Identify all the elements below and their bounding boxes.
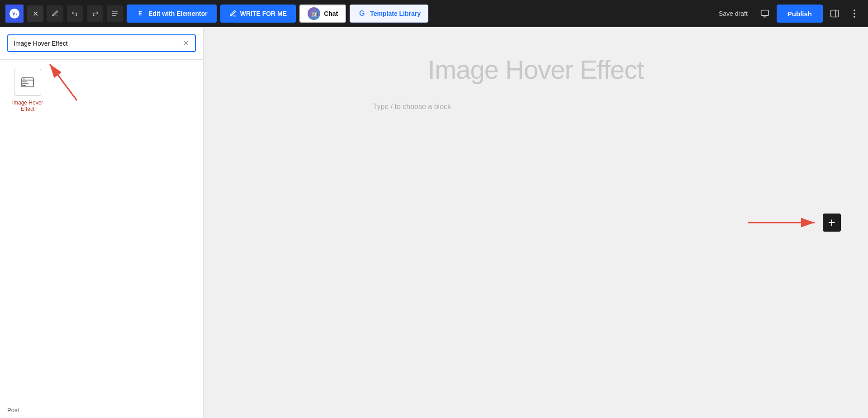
search-container: ✕ [0,27,203,60]
widget-icon [14,69,41,96]
block-placeholder-text: Type / to choose a block [364,103,708,111]
wordpress-logo[interactable] [5,5,24,23]
status-bar: Post [0,402,203,418]
redo-button[interactable] [87,5,103,22]
ellipsis-icon [854,10,855,18]
save-draft-button[interactable]: Save draft [713,5,753,23]
close-icon: ✕ [33,10,38,18]
chat-label: Chat [324,10,338,17]
chat-avatar: 🤖 [308,7,320,20]
more-options-button[interactable] [846,5,863,22]
write-icon [229,10,237,17]
widget-label: Image HoverEffect [12,100,43,112]
edit-elementor-label: Edit with Elementor [148,10,208,17]
template-icon: G [357,9,366,18]
page-title-placeholder: Image Hover Effect [222,54,850,85]
list-view-button[interactable] [107,5,123,22]
search-input[interactable] [14,40,182,47]
monitor-icon [760,9,769,18]
sidebar-toggle-button[interactable] [826,5,843,22]
post-type-label: Post [7,407,19,413]
svg-rect-6 [831,10,839,17]
publish-label: Publish [787,10,812,18]
main-area: ✕ [0,27,868,418]
plus-icon: + [828,216,835,229]
main-toolbar: ✕ E Edit with Elementor WRITE FOR ME [0,0,868,27]
arrow-annotation-add-block [748,214,820,232]
write-for-me-label: WRITE FOR ME [240,10,287,17]
editor-canvas: Image Hover Effect Type / to choose a bl… [204,27,868,418]
left-panel: ✕ [0,27,204,418]
elementor-icon: E [136,9,145,18]
template-library-label: Template Library [370,10,421,17]
edit-elementor-button[interactable]: E Edit with Elementor [127,5,217,23]
device-view-button[interactable] [757,5,773,22]
add-block-button[interactable]: + [823,214,841,232]
template-library-button[interactable]: G Template Library [350,5,428,23]
widget-results: Image HoverEffect [0,60,203,121]
svg-point-9 [854,13,855,14]
search-clear-button[interactable]: ✕ [182,39,190,48]
save-draft-label: Save draft [719,10,748,17]
chat-button[interactable]: 🤖 Chat [299,5,346,23]
widget-item-image-hover[interactable]: Image HoverEffect [7,69,48,112]
sidebar-icon [830,9,839,18]
search-box: ✕ [7,34,196,52]
clear-icon: ✕ [183,39,189,48]
svg-rect-3 [761,10,768,16]
undo-button[interactable] [67,5,83,22]
draw-button[interactable] [47,5,63,22]
publish-button[interactable]: Publish [777,5,823,23]
close-button[interactable]: ✕ [27,5,43,22]
write-for-me-button[interactable]: WRITE FOR ME [220,5,296,23]
svg-point-10 [854,16,855,18]
svg-point-8 [854,10,855,11]
